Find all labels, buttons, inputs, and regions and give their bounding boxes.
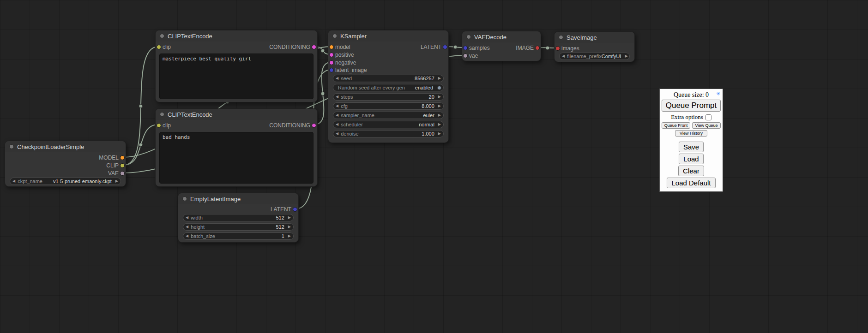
stepper-right-icon[interactable]: ▶ xyxy=(436,132,443,136)
conditioning-port-dot[interactable] xyxy=(329,53,334,57)
clear-button[interactable]: Clear xyxy=(678,166,704,176)
node-vae-decode[interactable]: VAEDecode samples vae IMAGE xyxy=(462,31,541,61)
view-queue-button[interactable]: View Queue xyxy=(692,122,721,129)
stepper-right-icon[interactable]: ▶ xyxy=(286,216,293,220)
images-input-port[interactable]: images xyxy=(555,45,579,52)
negative-input-port[interactable]: negative xyxy=(328,59,356,66)
cfg-widget[interactable]: ◀ cfg 8.000 ▶ xyxy=(333,102,444,110)
widget-value: 512 xyxy=(276,224,285,230)
stepper-left-icon[interactable]: ◀ xyxy=(333,132,341,136)
positive-prompt-textarea[interactable]: masterpiece best quality girl xyxy=(159,54,313,99)
conditioning-port-dot[interactable] xyxy=(329,60,334,65)
stepper-left-icon[interactable]: ◀ xyxy=(183,216,191,220)
node-title-bar[interactable]: VAEDecode xyxy=(462,31,541,42)
stepper-right-icon[interactable]: ▶ xyxy=(623,54,630,58)
sampler-name-widget[interactable]: ◀ sampler_name euler ▶ xyxy=(333,112,444,119)
denoise-widget[interactable]: ◀ denoise 1.000 ▶ xyxy=(333,130,444,137)
conditioning-port-dot[interactable] xyxy=(312,45,316,49)
toggle-on-indicator[interactable] xyxy=(437,86,441,90)
vae-input-port[interactable]: vae xyxy=(462,52,478,59)
stepper-right-icon[interactable]: ▶ xyxy=(436,104,443,108)
image-port-dot[interactable] xyxy=(535,46,540,50)
stepper-left-icon[interactable]: ◀ xyxy=(333,113,341,117)
conditioning-output-port[interactable]: CONDITIONING xyxy=(269,122,317,129)
node-empty-latent-image[interactable]: EmptyLatentImage LATENT ◀ width 512 ▶ ◀ … xyxy=(178,193,299,243)
height-widget[interactable]: ◀ height 512 ▶ xyxy=(183,223,294,231)
node-title-bar[interactable]: SaveImage xyxy=(555,32,634,43)
load-default-button[interactable]: Load Default xyxy=(667,178,715,188)
positive-input-port[interactable]: positive xyxy=(328,51,354,59)
view-history-button[interactable]: View History xyxy=(675,130,707,137)
node-clip-text-encode-negative[interactable]: CLIPTextEncode clip CONDITIONING bad han… xyxy=(155,108,318,187)
vae-port-dot[interactable] xyxy=(120,171,125,176)
node-clip-text-encode-positive[interactable]: CLIPTextEncode clip CONDITIONING masterp… xyxy=(155,30,318,102)
clip-input-port[interactable]: clip xyxy=(156,122,171,129)
link-midpoint-dot xyxy=(321,92,325,95)
stepper-left-icon[interactable]: ◀ xyxy=(560,54,567,58)
latent-output-port[interactable]: LATENT xyxy=(271,206,298,213)
width-widget[interactable]: ◀ width 512 ▶ xyxy=(183,214,294,221)
node-title: CLIPTextEncode xyxy=(168,111,212,118)
samples-input-port[interactable]: samples xyxy=(462,44,490,52)
latent-port-dot[interactable] xyxy=(463,46,468,50)
stepper-left-icon[interactable]: ◀ xyxy=(333,104,341,108)
queue-prompt-button[interactable]: Queue Prompt xyxy=(662,100,721,112)
stepper-left-icon[interactable]: ◀ xyxy=(183,225,191,229)
save-button[interactable]: Save xyxy=(679,142,704,152)
clip-port-dot[interactable] xyxy=(120,163,125,168)
ckpt-name-widget[interactable]: ◀ ckpt_name v1-5-pruned-emaonly.ckpt ▶ xyxy=(10,178,121,185)
seed-widget[interactable]: ◀ seed 8566257 ▶ xyxy=(333,75,444,82)
stepper-right-icon[interactable]: ▶ xyxy=(436,77,443,80)
node-title-bar[interactable]: EmptyLatentImage xyxy=(178,193,298,204)
latent-port-dot[interactable] xyxy=(329,68,334,72)
stepper-left-icon[interactable]: ◀ xyxy=(10,179,18,183)
stepper-right-icon[interactable]: ▶ xyxy=(286,225,293,229)
stepper-left-icon[interactable]: ◀ xyxy=(183,234,191,238)
stepper-left-icon[interactable]: ◀ xyxy=(333,95,341,99)
negative-prompt-textarea[interactable]: bad hands xyxy=(159,132,313,184)
clip-port-dot[interactable] xyxy=(157,45,161,49)
stepper-right-icon[interactable]: ▶ xyxy=(436,95,443,99)
random-seed-toggle[interactable]: Random seed after every gen enabled xyxy=(333,84,444,91)
node-save-image[interactable]: SaveImage images ◀ filename_prefix Comfy… xyxy=(554,31,635,62)
filename-prefix-widget[interactable]: ◀ filename_prefix ComfyUI ▶ xyxy=(559,53,630,60)
scheduler-widget[interactable]: ◀ scheduler normal ▶ xyxy=(333,121,444,128)
model-port-dot[interactable] xyxy=(329,45,334,49)
model-output-port[interactable]: MODEL xyxy=(99,154,126,161)
clip-port-dot[interactable] xyxy=(157,123,161,128)
conditioning-output-port[interactable]: CONDITIONING xyxy=(269,43,317,51)
vae-port-dot[interactable] xyxy=(463,54,468,58)
node-graph-canvas[interactable]: CheckpointLoaderSimple MODEL CLIP VAE ◀ … xyxy=(0,0,868,333)
stepper-right-icon[interactable]: ▶ xyxy=(436,113,443,117)
latent-port-dot[interactable] xyxy=(293,207,297,212)
node-title-bar[interactable]: CLIPTextEncode xyxy=(156,109,317,120)
node-title-bar[interactable]: KSampler xyxy=(328,30,448,42)
latent-image-input-port[interactable]: latent_image xyxy=(328,66,367,74)
conditioning-port-dot[interactable] xyxy=(312,123,316,128)
image-output-port[interactable]: IMAGE xyxy=(516,44,541,52)
stepper-left-icon[interactable]: ◀ xyxy=(333,77,341,80)
stepper-right-icon[interactable]: ▶ xyxy=(436,123,443,126)
steps-widget[interactable]: ◀ steps 20 ▶ xyxy=(333,93,444,101)
load-button[interactable]: Load xyxy=(679,154,703,164)
stepper-right-icon[interactable]: ▶ xyxy=(113,179,121,183)
queue-front-button[interactable]: Queue Front xyxy=(662,122,690,129)
model-port-dot[interactable] xyxy=(120,155,125,160)
model-input-port[interactable]: model xyxy=(328,43,350,51)
clip-input-port[interactable]: clip xyxy=(156,43,171,51)
latent-output-port[interactable]: LATENT xyxy=(421,43,448,51)
stepper-left-icon[interactable]: ◀ xyxy=(333,123,341,126)
batch-size-widget[interactable]: ◀ batch_size 1 ▶ xyxy=(183,232,294,240)
settings-icon[interactable]: ✳ xyxy=(716,91,720,96)
node-title-bar[interactable]: CheckpointLoaderSimple xyxy=(5,141,126,152)
stepper-right-icon[interactable]: ▶ xyxy=(286,234,293,238)
node-title-bar[interactable]: CLIPTextEncode xyxy=(156,30,317,42)
clip-output-port[interactable]: CLIP xyxy=(106,162,126,169)
image-port-dot[interactable] xyxy=(555,46,560,51)
node-checkpoint-loader-simple[interactable]: CheckpointLoaderSimple MODEL CLIP VAE ◀ … xyxy=(5,141,126,187)
node-ksampler[interactable]: KSampler model positive negative latent_… xyxy=(328,30,449,143)
latent-port-dot[interactable] xyxy=(443,45,447,49)
vae-output-port[interactable]: VAE xyxy=(108,170,126,177)
port-label: latent_image xyxy=(335,67,367,73)
extra-options-checkbox[interactable] xyxy=(705,114,711,120)
